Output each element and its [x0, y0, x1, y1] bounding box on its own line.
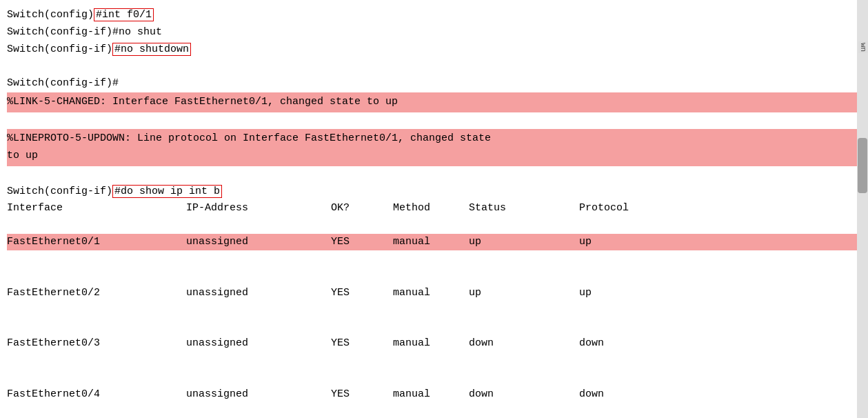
lineproto-line1: %LINEPROTO-5-UPDOWN: Line protocol on In… [7, 130, 857, 148]
cell-protocol-2: up [579, 285, 634, 301]
prompt-2: Switch(config-if) [7, 26, 112, 38]
table-header: Interface IP-Address OK? Method Status P… [7, 200, 857, 217]
show-command: #do show ip int b [112, 185, 222, 198]
wn-label: wn [858, 41, 868, 53]
col-header-method: Method [393, 200, 469, 217]
cell-ip-3: unassigned [186, 335, 331, 352]
table-row-3: FastEthernet0/3 unassigned YES manual do… [7, 335, 857, 352]
table-row-4: FastEthernet0/4 unassigned YES manual do… [7, 386, 857, 403]
link-changed-text: %LINK-5-CHANGED: Interface FastEthernet0… [7, 94, 857, 111]
cell-ip-1: unassigned [186, 234, 331, 250]
cell-interface-1: FastEthernet0/1 [7, 234, 186, 250]
blank-line-1 [7, 58, 857, 75]
cell-status-4: down [469, 386, 579, 403]
cell-protocol-4: down [579, 386, 634, 403]
show-prompt: Switch(config-if) [7, 186, 112, 197]
cell-ok-1: YES [331, 234, 393, 250]
cell-status-2: up [469, 285, 579, 301]
col-header-protocol: Protocol [579, 200, 634, 217]
cell-protocol-1: up [579, 234, 634, 250]
row-spacer-after-1 [7, 301, 857, 319]
cell-method-2: manual [393, 285, 469, 301]
cmd-line-2: Switch(config-if)#no shut [7, 24, 857, 41]
lineproto-block: %LINEPROTO-5-UPDOWN: Line protocol on In… [7, 129, 857, 166]
col-header-status: Status [469, 200, 579, 217]
cell-ok-3: YES [331, 335, 393, 352]
cell-ok-2: YES [331, 285, 393, 301]
cell-protocol-3: down [579, 335, 634, 352]
cell-ip-4: unassigned [186, 386, 331, 403]
cell-method-1: manual [393, 234, 469, 250]
cell-interface-4: FastEthernet0/4 [7, 386, 186, 403]
cell-method-3: manual [393, 335, 469, 352]
cell-status-3: down [469, 335, 579, 352]
prompt-1: Switch(config) [7, 9, 94, 21]
blank-line-3 [7, 166, 857, 183]
table-row-2: FastEthernet0/2 unassigned YES manual up… [7, 285, 857, 301]
lineproto-line2: to up [7, 148, 857, 165]
row-spacer-3 [7, 369, 857, 386]
cell-interface-2: FastEthernet0/2 [7, 285, 186, 301]
command-1: #int f0/1 [94, 8, 154, 21]
row-spacer-2 [7, 318, 857, 335]
cell-interface-3: FastEthernet0/3 [7, 335, 186, 352]
scrollbar-thumb[interactable] [858, 138, 867, 193]
cell-status-1: up [469, 234, 579, 250]
row-spacer-1 [7, 268, 857, 285]
link-changed-block: %LINK-5-CHANGED: Interface FastEthernet0… [7, 92, 857, 112]
row-spacer-after-3 [7, 403, 857, 419]
row-spacer-0 [7, 217, 857, 234]
cell-method-4: manual [393, 386, 469, 403]
command-2: #no shut [112, 26, 162, 38]
cell-ok-4: YES [331, 386, 393, 403]
prompt-after: Switch(config-if)# [7, 75, 857, 92]
cmd-line-1: Switch(config)#int f0/1 [7, 7, 857, 24]
table-body: FastEthernet0/1 unassigned YES manual up… [7, 217, 857, 418]
prompt-3: Switch(config-if) [7, 43, 112, 55]
cell-ip-2: unassigned [186, 285, 331, 301]
col-header-interface: Interface [7, 200, 186, 217]
col-header-ok: OK? [331, 200, 393, 217]
command-3: #no shutdown [112, 43, 191, 56]
row-spacer-after-0 [7, 250, 857, 268]
blank-line-2 [7, 112, 857, 130]
terminal-window: Switch(config)#int f0/1 Switch(config-if… [0, 0, 857, 418]
cmd-line-3: Switch(config-if)#no shutdown [7, 41, 857, 59]
row-spacer-after-2 [7, 352, 857, 369]
show-cmd-line: Switch(config-if)#do show ip int b [7, 183, 857, 201]
col-header-ip: IP-Address [186, 200, 331, 217]
scrollbar[interactable]: wn [857, 0, 868, 418]
table-row-1: FastEthernet0/1 unassigned YES manual up… [7, 234, 857, 250]
